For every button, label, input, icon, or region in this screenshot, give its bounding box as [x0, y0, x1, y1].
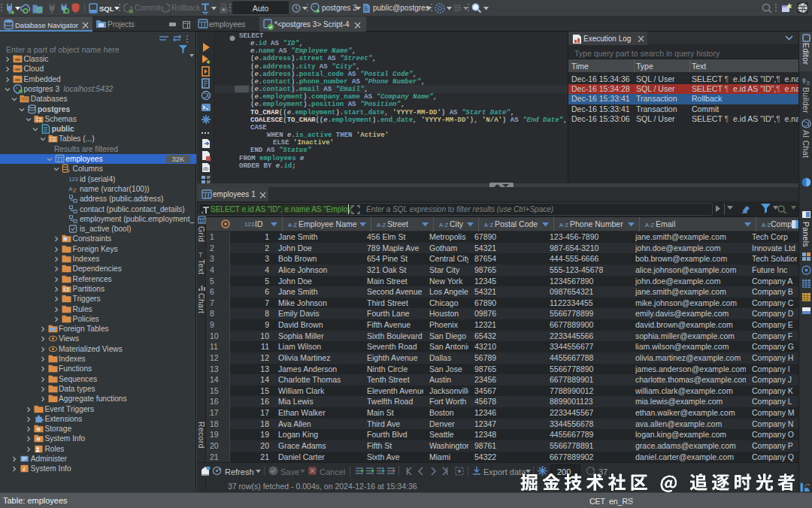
svg-text:db: db — [203, 166, 209, 171]
svg-text:123: 123 — [69, 176, 78, 183]
svg-text:A: A — [69, 186, 73, 192]
svg-text:T: T — [198, 251, 203, 259]
svg-text:Z: Z — [73, 187, 77, 194]
